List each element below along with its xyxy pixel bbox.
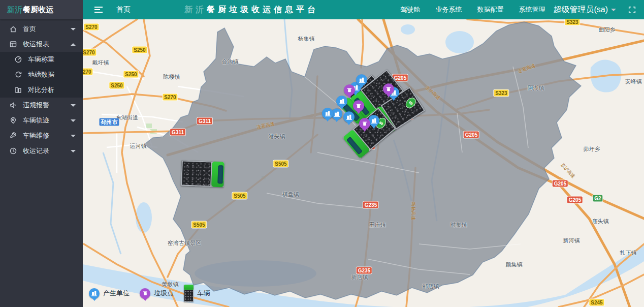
chevron-up-icon — [71, 43, 76, 46]
truck-bed — [181, 161, 212, 187]
sidebar-item-vehicle-track[interactable]: 车辆轨迹 — [0, 113, 83, 128]
producer-pin-icon — [89, 288, 100, 299]
tab-home[interactable]: 首页 — [116, 5, 131, 14]
road-badge: G2 — [593, 195, 602, 202]
sidebar-item-label: 对比分析 — [28, 85, 76, 95]
map-canvas[interactable]: 杨集镇合沟镇戴圩镇陈楼镇曲阳乡安峰镇阿湖镇茆圩乡东湖街道运河镇港头镇北沟镇棋盘镇… — [83, 19, 644, 307]
vehicle-marker[interactable] — [181, 161, 224, 188]
map-town-label: 时集镇 — [450, 221, 467, 229]
road-badge: G235 — [363, 202, 378, 208]
collapse-sidebar-icon[interactable] — [94, 6, 103, 14]
submenu-reports: 车辆称重地磅数据对比分析 — [0, 52, 83, 98]
chevron-down-icon — [71, 104, 76, 107]
sidebar-item-label: 车辆维修 — [23, 131, 71, 140]
garbage-point-pin[interactable] — [344, 84, 355, 96]
sidebar-item-label: 地磅数据 — [28, 70, 76, 79]
map-town-label: 东湖街道 — [116, 114, 138, 121]
sidebar-item-vehicle-weighing[interactable]: 车辆称重 — [0, 52, 83, 67]
garbage-point-pin[interactable] — [359, 118, 370, 129]
legend-item-vehicle: 车辆 — [184, 285, 210, 302]
map-town-label: 茆圩乡 — [584, 145, 600, 153]
truck-windshield — [217, 165, 223, 183]
top-nav: 驾驶舱业务系统数据配置系统管理 — [400, 5, 545, 14]
sidebar-menu: 首页收运报表车辆称重地磅数据对比分析违规报警车辆轨迹车辆维修收运记录 — [0, 19, 83, 307]
legend-label: 垃圾点 — [154, 289, 174, 298]
clock-icon — [9, 147, 18, 156]
top-nav-item[interactable]: 系统管理 — [519, 5, 545, 14]
fullscreen-icon[interactable] — [628, 6, 636, 14]
sidebar-item-vehicle-repair[interactable]: 车辆维修 — [0, 128, 83, 143]
road-badge: S250 — [123, 71, 138, 78]
road-badge: G311 — [197, 118, 212, 125]
user-name: 超级管理员(sa) — [553, 5, 608, 15]
sidebar-item-label: 车辆轨迹 — [23, 116, 71, 125]
road-badge: S505 — [191, 222, 206, 228]
chevron-down-icon — [71, 119, 76, 122]
legend-item-garbage-point: 垃圾点 — [140, 288, 174, 299]
map-town-label: 新店镇 — [351, 273, 368, 281]
map-pin-icon — [9, 116, 18, 125]
road-badge: S270 — [83, 49, 96, 56]
chevron-down-icon — [71, 28, 76, 30]
map-town-label: 戴圩镇 — [92, 59, 109, 67]
sidebar: 新沂餐厨收运 首页收运报表车辆称重地磅数据对比分析违规报警车辆轨迹车辆维修收运记… — [0, 0, 83, 307]
sidebar-item-weighbridge-data[interactable]: 地磅数据 — [0, 67, 83, 82]
report-icon — [9, 40, 18, 49]
sidebar-item-reports[interactable]: 收运报表 — [0, 37, 83, 52]
producer-pin[interactable] — [322, 108, 333, 119]
app-logo-prefix: 新沂 — [7, 5, 22, 14]
sidebar-item-label: 收运报表 — [23, 40, 71, 49]
road-badge: S245 — [589, 299, 604, 306]
truck-cab — [212, 162, 224, 188]
producer-pin[interactable] — [336, 96, 347, 107]
app-logo: 新沂餐厨收运 — [0, 0, 83, 19]
map-legend: 产生单位垃圾点车辆 — [89, 285, 210, 302]
map-town-label: 合沟镇 — [222, 58, 239, 66]
map-town-label: 邵店镇 — [423, 283, 439, 290]
map-town-label: 安峰镇 — [625, 78, 642, 85]
road-badge: S270 — [83, 69, 93, 75]
legend-label: 产生单位 — [103, 289, 130, 298]
producer-pin[interactable] — [343, 111, 355, 122]
sidebar-item-home[interactable]: 首页 — [0, 21, 83, 37]
road-badge: G205 — [464, 132, 479, 138]
sidebar-item-collection-records[interactable]: 收运记录 — [0, 143, 83, 159]
sidebar-item-label: 车辆称重 — [28, 55, 76, 64]
top-header: 首页 新沂餐厨垃圾收运信息平台 驾驶舱业务系统数据配置系统管理 超级管理员(sa… — [83, 0, 644, 19]
gauge-icon — [14, 55, 23, 64]
garbage-point-pin-icon — [140, 288, 150, 299]
sidebar-item-violation-alarm[interactable]: 违规报警 — [0, 98, 83, 113]
map-town-label: 窑湾古镇景区 — [168, 239, 201, 247]
map-town-label: 阿湖镇 — [528, 84, 544, 92]
sidebar-item-comparison-analysis[interactable]: 对比分析 — [0, 82, 83, 98]
producer-pin[interactable] — [356, 74, 367, 85]
app-logo-name: 餐厨收运 — [23, 5, 53, 14]
road-badge: G235 — [357, 267, 372, 274]
app-window: 新沂餐厨收运 首页收运报表车辆称重地磅数据对比分析违规报警车辆轨迹车辆维修收运记… — [0, 0, 644, 307]
map-town-label: 颜集镇 — [506, 261, 523, 268]
road-badge: G205 — [567, 197, 583, 203]
sidebar-item-label: 收运记录 — [23, 146, 71, 156]
map-town-label: 曲阳乡 — [599, 26, 616, 34]
garbage-point-pin[interactable] — [353, 100, 364, 111]
map-town-label: 庙头镇 — [592, 218, 609, 225]
top-nav-item[interactable]: 驾驶舱 — [400, 5, 420, 14]
top-nav-item[interactable]: 业务系统 — [435, 5, 462, 14]
sidebar-item-label: 违规报警 — [23, 101, 71, 110]
road-badge: S323 — [494, 90, 508, 97]
wrench-icon — [9, 132, 18, 140]
road-badge: S270 — [84, 24, 99, 30]
map-town-label: 新河镇 — [563, 237, 580, 244]
refresh-gauge-icon — [14, 71, 23, 79]
road-badge: G205 — [553, 180, 568, 187]
speaker-icon — [9, 101, 18, 110]
garbage-point-pin[interactable] — [383, 83, 394, 95]
top-nav-item[interactable]: 数据配置 — [477, 5, 503, 14]
sidebar-item-label: 首页 — [23, 24, 71, 34]
page-title-prefix: 新沂 — [184, 5, 207, 14]
home-icon — [9, 25, 18, 34]
map-town-label: 扎下镇 — [620, 249, 637, 257]
user-menu[interactable]: 超级管理员(sa) — [553, 5, 616, 15]
compare-icon — [14, 86, 23, 95]
map-town-label: 杨集镇 — [298, 35, 315, 43]
